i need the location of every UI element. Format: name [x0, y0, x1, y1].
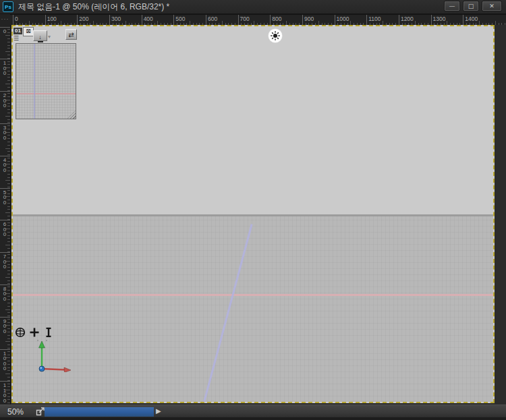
ruler-label: 700 [240, 16, 250, 22]
ruler-major-tick [77, 15, 78, 26]
ruler-label: 1200 [401, 16, 414, 22]
axis-origin-handle[interactable] [39, 366, 45, 371]
pasteboard: 01 0 02 0 03 0 04 0 05 0 06 0 07 0 08 0 … [0, 25, 506, 404]
camera-number-badge: 01 [13, 28, 22, 34]
ruler-major-tick [142, 15, 142, 26]
disclosure-triangle-icon[interactable]: ▾ [48, 34, 51, 40]
status-bar: 50% ▶ [0, 404, 506, 420]
pan-camera-icon[interactable] [29, 327, 40, 338]
ruler-major-tick [463, 15, 463, 26]
pink-guide-line [13, 294, 493, 296]
ruler-label: 1 1 0 0 [0, 383, 9, 403]
ruler-label: 1100 [368, 16, 381, 22]
ruler-label: 600 [208, 16, 217, 22]
axis-origin-highlight [40, 367, 42, 369]
canvas[interactable]: 01 ⊠ ☰ ↓ ▾ ⇄ [11, 25, 495, 403]
ruler-major-tick [109, 15, 110, 26]
window-controls: — □ ✕ [444, 1, 502, 11]
ruler-label: 200 [79, 16, 88, 22]
ruler-major-tick [431, 15, 432, 26]
ruler-major-tick [0, 91, 10, 92]
ruler-label: 400 [144, 16, 153, 22]
ruler-origin-box[interactable] [0, 14, 11, 26]
ruler-major-tick [0, 252, 10, 253]
ruler-major-tick [0, 349, 10, 350]
resize-grip[interactable] [67, 111, 76, 119]
ruler-major-tick [366, 15, 367, 26]
thumbnail-blue-line [34, 44, 35, 119]
ruler-label: 1300 [433, 16, 446, 22]
x-axis-arrow[interactable] [42, 367, 71, 372]
left-ruler[interactable]: 01 0 02 0 03 0 04 0 05 0 06 0 07 0 08 0 … [0, 25, 11, 404]
ruler-label: 7 0 0 [0, 254, 9, 270]
ruler-label: 2 0 0 [0, 93, 9, 109]
ruler-major-tick [0, 317, 10, 318]
ruler-label: 0 [15, 16, 18, 22]
ruler-major-tick [13, 15, 13, 26]
ruler-label: 0 [0, 29, 9, 34]
swap-views-button[interactable]: ⇄ [65, 29, 77, 40]
ruler-label: 800 [272, 16, 281, 22]
play-arrow-icon[interactable]: ▶ [156, 407, 161, 415]
ruler-major-tick [45, 15, 46, 26]
ruler-major-tick [399, 15, 399, 26]
thumbnail-pink-line [16, 93, 76, 94]
ruler-major-tick [0, 27, 10, 28]
close-button[interactable]: ✕ [482, 1, 502, 11]
ruler-major-tick [0, 188, 10, 189]
camera-tools-3d [15, 327, 54, 338]
sun-icon [268, 28, 283, 43]
photoshop-app-icon: Ps [3, 1, 13, 12]
down-arrow-icon: ↓ [38, 34, 43, 42]
slide-camera-icon[interactable] [43, 327, 54, 338]
window-title: 제목 없음-1 @ 50% (레이어 6, RGB/32*) * [18, 1, 169, 13]
ruler-label: 1400 [465, 16, 478, 22]
ruler-label: 500 [175, 16, 185, 22]
ruler-major-tick [270, 15, 271, 26]
ruler-label: 900 [304, 16, 314, 22]
ruler-major-tick [0, 284, 10, 285]
ruler-label: 8 0 0 [0, 287, 9, 302]
view-list-icon[interactable]: ☰ [13, 35, 19, 42]
ruler-major-tick [238, 15, 239, 26]
orbit-camera-icon[interactable] [15, 327, 26, 338]
progress-bar [45, 407, 154, 417]
minimize-button[interactable]: — [444, 1, 460, 11]
ruler-label: 1000 [337, 16, 349, 22]
ruler-major-tick [0, 220, 10, 220]
axis-tick-mark [37, 340, 38, 341]
ruler-major-tick [335, 15, 335, 26]
axis-widget-3d[interactable] [29, 338, 74, 372]
ruler-label: 1 0 0 [0, 61, 9, 76]
canvas-ground-plane [13, 216, 493, 402]
canvas-upper-region [13, 26, 493, 214]
axis-tick-mark [46, 340, 47, 341]
ruler-major-tick [0, 59, 10, 59]
dock-view-button[interactable]: ↓ [33, 30, 47, 41]
title-bar[interactable]: Ps 제목 없음-1 @ 50% (레이어 6, RGB/32*) * — □ … [0, 0, 506, 14]
ruler-label: 9 0 0 [0, 319, 9, 334]
ruler-major-tick [302, 15, 303, 26]
secondary-view-icon[interactable]: ⊠ [23, 27, 34, 36]
zoom-level-field[interactable]: 50% [7, 407, 24, 417]
ruler-major-tick [206, 15, 206, 26]
secondary-view-panel: 01 ⊠ ☰ ↓ ▾ ⇄ [13, 27, 78, 120]
ruler-label: 6 0 0 [0, 222, 9, 237]
ruler-major-tick [0, 123, 10, 124]
ruler-major-tick [0, 381, 10, 382]
infinite-light-widget[interactable] [268, 28, 283, 43]
ruler-label: 4 0 0 [0, 158, 9, 173]
ruler-major-tick [173, 15, 174, 26]
maximize-button[interactable]: □ [463, 1, 479, 11]
ruler-label: 100 [47, 16, 57, 22]
ruler-label: 5 0 0 [0, 190, 9, 206]
secondary-view-thumbnail[interactable] [16, 43, 76, 119]
top-ruler[interactable]: 0100200300400500600700800900100011001200… [10, 14, 506, 26]
ruler-label: 3 0 0 [0, 125, 9, 141]
ruler-major-tick [0, 156, 10, 156]
y-axis-arrow[interactable] [39, 341, 45, 369]
ruler-label: 1 0 0 0 [0, 351, 9, 371]
ruler-label: 300 [111, 16, 121, 22]
